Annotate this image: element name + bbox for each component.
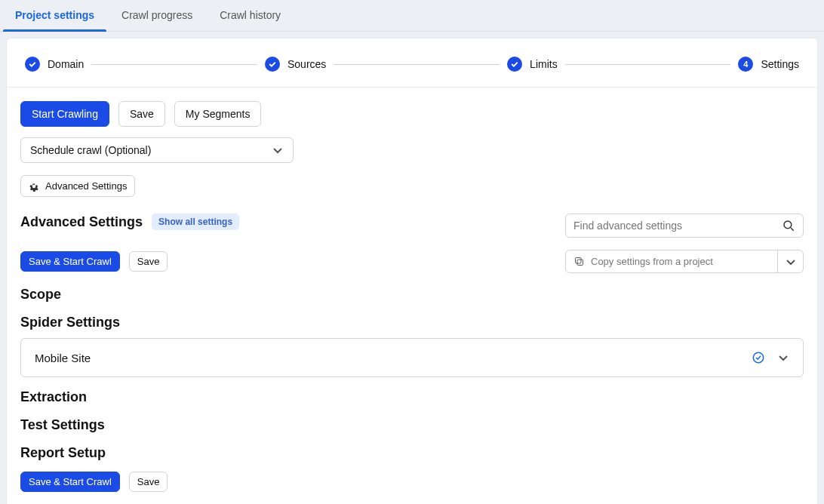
tab-crawl-progress[interactable]: Crawl progress (118, 0, 195, 31)
check-icon (265, 57, 280, 72)
search-wrap (565, 214, 804, 238)
check-circle-icon (752, 351, 765, 364)
start-crawling-button[interactable]: Start Crawling (20, 101, 109, 127)
check-icon (25, 57, 40, 72)
copy-icon (573, 256, 585, 267)
step-connector (565, 64, 731, 65)
save-button-adv[interactable]: Save (129, 251, 168, 272)
advanced-settings-label: Advanced Settings (45, 180, 127, 192)
search-icon (782, 219, 795, 232)
stepper: Domain Sources Limits 4 Settings (7, 38, 817, 88)
show-all-settings-chip[interactable]: Show all settings (152, 214, 239, 230)
step-number-badge: 4 (738, 57, 753, 72)
chevron-down-icon (785, 256, 797, 268)
tab-project-settings[interactable]: Project settings (12, 0, 97, 31)
check-icon (507, 57, 522, 72)
section-report-heading: Report Setup (20, 445, 804, 461)
svg-rect-3 (576, 258, 582, 264)
my-segments-button[interactable]: My Segments (174, 101, 262, 127)
step-sources[interactable]: Sources (265, 57, 326, 72)
save-start-crawl-button[interactable]: Save & Start Crawl (20, 251, 120, 272)
svg-point-4 (753, 352, 764, 363)
step-limits-label: Limits (530, 58, 558, 70)
section-extraction-heading: Extraction (20, 389, 804, 405)
find-settings-input[interactable] (573, 220, 782, 232)
section-test-heading: Test Settings (20, 417, 804, 433)
advanced-settings-button[interactable]: Advanced Settings (20, 175, 135, 197)
step-limits[interactable]: Limits (507, 57, 558, 72)
primary-actions: Start Crawling Save My Segments (20, 101, 804, 127)
settings-panel: Domain Sources Limits 4 Settings Start C… (6, 38, 818, 504)
schedule-crawl-select[interactable]: Schedule crawl (Optional) (20, 137, 294, 163)
tab-crawl-history[interactable]: Crawl history (217, 0, 284, 31)
step-connector (334, 64, 500, 65)
advanced-settings-heading: Advanced Settings (20, 214, 143, 230)
step-sources-label: Sources (287, 58, 326, 70)
save-start-crawl-button-footer[interactable]: Save & Start Crawl (20, 472, 120, 492)
tabs: Project settings Crawl progress Crawl hi… (0, 0, 824, 32)
section-scope-heading: Scope (20, 287, 804, 303)
gear-icon (29, 181, 39, 192)
step-domain[interactable]: Domain (25, 57, 84, 72)
schedule-label: Schedule crawl (Optional) (30, 144, 151, 156)
copy-settings-label: Copy settings from a project (591, 256, 713, 267)
chevron-down-icon (272, 144, 284, 156)
svg-line-1 (791, 228, 794, 231)
step-settings-label: Settings (761, 58, 799, 70)
step-connector (91, 64, 257, 65)
save-button[interactable]: Save (118, 101, 165, 127)
section-spider-heading: Spider Settings (20, 315, 804, 330)
chevron-down-icon (777, 352, 789, 364)
copy-settings-button[interactable]: Copy settings from a project (566, 250, 777, 272)
copy-settings-group: Copy settings from a project (565, 250, 804, 273)
step-domain-label: Domain (48, 58, 84, 70)
svg-rect-2 (577, 260, 583, 266)
save-button-footer[interactable]: Save (129, 472, 168, 492)
spider-item-label: Mobile Site (35, 352, 91, 364)
spider-mobile-site-row[interactable]: Mobile Site (20, 338, 804, 377)
copy-settings-dropdown[interactable] (777, 250, 803, 272)
svg-point-0 (784, 221, 792, 229)
step-settings[interactable]: 4 Settings (738, 57, 799, 72)
